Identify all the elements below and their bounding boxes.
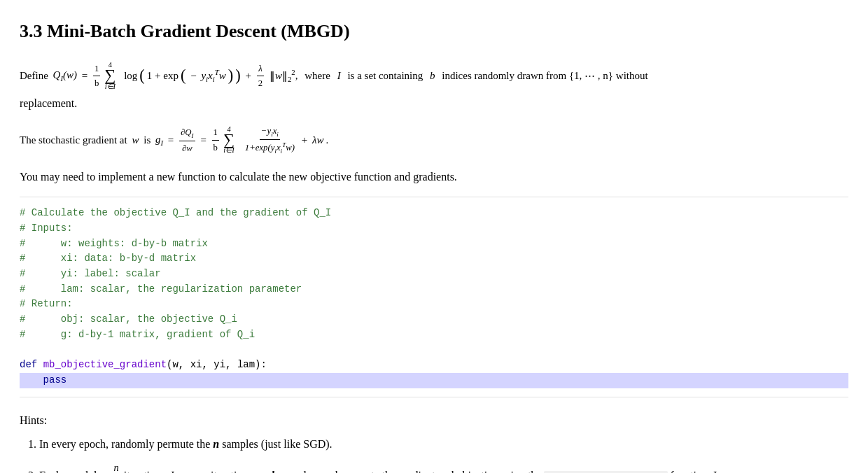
page-title: 3.3 Mini-Batch Gradient Descent (MBGD) xyxy=(20,17,848,46)
formula-qi: QI(w) xyxy=(53,66,77,85)
formula-yixi: yixiTw xyxy=(201,66,225,85)
stochastic-is: is xyxy=(141,132,153,148)
formula-minus: − xyxy=(188,67,199,84)
where-text: where xyxy=(304,67,330,84)
hint-item-2: Each epoch has nb iterations. In every i… xyxy=(39,459,848,473)
code-pass-line: pass xyxy=(20,374,848,386)
frac-1-b-grad: 1 b xyxy=(212,125,219,155)
define-prefix: Define xyxy=(20,67,51,84)
code-comment-7: # Return: xyxy=(20,298,73,309)
inner-paren-close: ) xyxy=(228,63,234,88)
stochastic-w: w xyxy=(132,132,139,148)
inner-paren-open: ( xyxy=(181,63,186,88)
code-comment-5: # yi: label: scalar xyxy=(20,268,161,279)
hint1-after: samples (just like SGD). xyxy=(219,438,332,450)
stochastic-formula-line: The stochastic gradient at w is gI = ∂QI… xyxy=(20,124,848,157)
indices-text: indices randomly drawn from {1, ⋯ , n} w… xyxy=(442,67,648,84)
stochastic-prefix: The stochastic gradient at xyxy=(20,132,130,148)
replacement-text: replacement. xyxy=(20,94,848,113)
formula-eq1: = xyxy=(79,67,90,84)
hint1-n: n xyxy=(213,438,219,450)
you-may-section: You may need to implement a new function… xyxy=(20,168,848,186)
sum-symbol-2: 4 ∑ i∈I xyxy=(223,126,234,155)
b-italic: b xyxy=(430,67,435,84)
code-def-line: def mb_objective_gradient(w, xi, yi, lam… xyxy=(20,359,267,370)
hints-section: Hints: In every epoch, randomly permute … xyxy=(20,411,848,473)
hint1-before: In every epoch, randomly permute the xyxy=(39,438,213,450)
code-comment-8: # obj: scalar, the objective Q_i xyxy=(20,313,237,325)
code-comment-2: # Inputs: xyxy=(20,223,73,234)
hint-item-1: In every epoch, randomly permute the n s… xyxy=(39,435,848,453)
code-block: # Calculate the objective Q_I and the gr… xyxy=(20,197,848,397)
frac-partial: ∂QI ∂w xyxy=(179,125,195,156)
log-text: log xyxy=(124,67,137,84)
frac-lambda-2: λ 2 xyxy=(257,62,264,91)
code-comment-3: # w: weights: d-by-b matrix xyxy=(20,238,208,249)
define-formula-line: Define QI(w) = 1 b 4 ∑ i∈I log ( 1 + exp… xyxy=(20,62,848,91)
big-paren-open: ( xyxy=(139,63,145,88)
hint2-b: b xyxy=(272,470,277,473)
code-comment-1: # Calculate the objective Q_I and the gr… xyxy=(20,207,331,218)
you-may-text: You may need to implement a new function… xyxy=(20,171,457,183)
code-comment-9: # g: d-by-1 matrix, gradient of Q_i xyxy=(20,329,255,340)
formula-define-section: Define QI(w) = 1 b 4 ∑ i∈I log ( 1 + exp… xyxy=(20,62,848,113)
sum-symbol: 4 ∑ i∈I xyxy=(104,62,115,90)
hints-title: Hints: xyxy=(20,411,848,430)
is-set-text: is a set containing xyxy=(347,67,423,84)
code-comment-6: # lam: scalar, the regularization parame… xyxy=(20,283,302,295)
stochastic-section: The stochastic gradient at w is gI = ∂QI… xyxy=(20,124,848,157)
norm-w: ‖w‖22, xyxy=(267,66,298,85)
hint2-after: function. In xyxy=(668,470,723,473)
hint2-middle2: samples, and compute the gradient and ob… xyxy=(277,470,545,473)
hint2-middle: iterations. In every iteration, use xyxy=(121,470,272,473)
code-comment-4: # xi: data: b-by-d matrix xyxy=(20,253,196,264)
frac-main-grad: −yixi 1+exp(yixiTw) xyxy=(244,124,296,157)
I-italic: I xyxy=(337,67,341,84)
hints-list: In every epoch, randomly permute the n s… xyxy=(20,435,848,473)
big-paren-close: ) xyxy=(235,63,241,88)
formula-1plus: 1 + exp xyxy=(147,67,178,84)
frac-1-b: 1 b xyxy=(93,62,100,91)
g-I: gI xyxy=(155,131,163,149)
hint2-before: Each epoch has xyxy=(39,470,112,473)
hint2-frac: nb xyxy=(113,459,120,473)
